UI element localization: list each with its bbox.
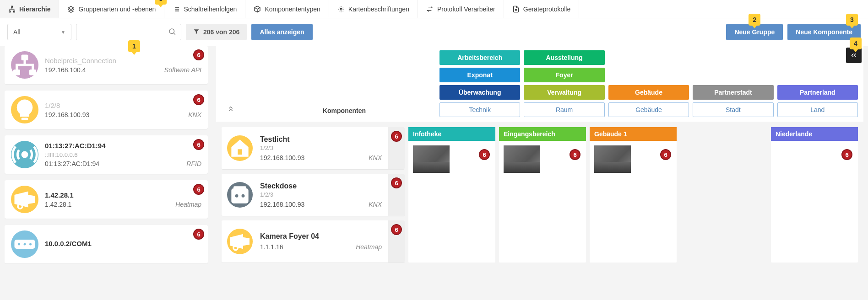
group-header: Eingangsbereich	[499, 127, 586, 141]
show-all-button[interactable]: Alles anzeigen	[251, 24, 312, 40]
bulb-icon	[11, 96, 38, 123]
status-badge: 6	[193, 94, 204, 105]
group-body: 6	[590, 141, 677, 262]
group-column[interactable]: Eingangsbereich 6	[499, 127, 586, 262]
status-badge: 6	[193, 49, 204, 60]
swap-icon	[426, 5, 434, 13]
tab-label: Gruppenarten und -ebenen	[78, 5, 156, 13]
serial-icon	[11, 230, 38, 258]
category-chip[interactable]: Überwachung	[439, 85, 520, 100]
component-sub: 1/2/3	[260, 145, 386, 151]
tab-label: Kartenbeschriftungen	[348, 5, 409, 13]
svg-point-3	[340, 8, 342, 10]
sliders-icon	[337, 5, 345, 13]
svg-rect-7	[29, 70, 36, 75]
sidebar-card[interactable]: 1.42.28.1 1.42.28.1 Heatmap 6	[5, 180, 208, 219]
level-chip[interactable]: Land	[777, 102, 858, 117]
level-chip[interactable]: Raum	[524, 102, 604, 117]
status-badge: 6	[391, 177, 402, 188]
component-ip: 192.168.100.93	[260, 201, 304, 208]
group-thumbnail	[504, 145, 540, 173]
search-icon[interactable]	[168, 27, 176, 37]
svg-point-12	[18, 243, 20, 246]
card-title: Nobelpreis_Connection	[45, 57, 201, 64]
group-thumbnail	[413, 145, 450, 173]
level-chip[interactable]: Gebäude	[608, 102, 689, 117]
component-card[interactable]: Kamera Foyer 04 1.1.1.16Heatmap 6	[222, 220, 405, 262]
svg-point-10	[18, 204, 22, 209]
group-column[interactable]	[680, 127, 767, 262]
column-header: Komponenten 4 ArbeitsbereichExponatÜberw…	[216, 46, 863, 122]
sidebar-card[interactable]: 10.0.0.2/COM1 6	[5, 225, 208, 263]
category-chip[interactable]: Partnerland	[777, 85, 858, 100]
card-ip: 01:13:27:AC:D1:94	[45, 160, 99, 167]
status-badge: 6	[193, 139, 204, 150]
sidebar-card[interactable]: 1/2/8 192.168.100.93 KNX 6	[5, 91, 208, 129]
group-body: 6	[408, 141, 495, 262]
status-badge: 6	[391, 131, 402, 142]
sidebar[interactable]: Nobelpreis_Connection 192.168.100.4 Soft…	[5, 46, 211, 292]
status-badge: 6	[193, 184, 204, 195]
sidebar-card[interactable]: 01:13:27:AC:D1:94 ::ffff:10.0.0.6 01:13:…	[5, 135, 208, 174]
category-chip[interactable]: Foyer	[524, 68, 604, 82]
tab-label: Schaltreihenfolgen	[184, 5, 237, 13]
tab-komponententypen[interactable]: Komponententypen	[245, 0, 329, 18]
component-card[interactable]: Steckdose 1/2/3 192.168.100.93KNX 6	[222, 174, 405, 216]
group-column[interactable]: Niederlande 6	[771, 127, 858, 262]
category-chip[interactable]: Arbeitsbereich	[439, 50, 520, 65]
svg-point-17	[235, 194, 239, 198]
group-body: 6	[499, 141, 586, 262]
callout-2: 2	[749, 14, 760, 26]
list-icon	[173, 5, 180, 13]
card-ip: 192.168.100.4	[45, 66, 86, 74]
rfid-icon	[11, 141, 38, 168]
search-box	[76, 24, 181, 40]
card-protocol: RFID	[186, 160, 201, 167]
card-protocol: Software API	[164, 66, 201, 74]
tab-schaltreihen[interactable]: Schaltreihenfolgen	[164, 0, 245, 18]
level-chip[interactable]: Technik	[439, 102, 520, 117]
tab-protokoll-verarbeiter[interactable]: Protokoll Verarbeiter	[418, 0, 504, 18]
category-chip[interactable]: Verwaltung	[524, 85, 604, 100]
svg-point-14	[29, 243, 32, 246]
filter-count[interactable]: 206 von 206	[186, 24, 247, 40]
group-column[interactable]: Gebäude 1 6	[590, 127, 677, 262]
tab-hierarchie[interactable]: Hierarchie	[0, 0, 59, 18]
search-input[interactable]	[81, 28, 168, 36]
house-plug-icon	[227, 135, 253, 161]
svg-point-9	[22, 152, 27, 157]
filter-select[interactable]: All ▼	[7, 24, 71, 40]
camera-icon	[227, 229, 253, 254]
status-badge: 6	[660, 149, 671, 160]
component-protocol: KNX	[369, 201, 382, 208]
svg-point-20	[233, 246, 238, 250]
component-badge-rail: 6	[388, 220, 405, 262]
network-icon	[11, 51, 38, 79]
svg-rect-6	[13, 70, 20, 75]
hierarchy-icon	[8, 5, 16, 13]
tab-geraeteprotokolle[interactable]: Geräteprotokolle	[504, 0, 580, 18]
group-thumbnail	[594, 145, 631, 173]
category-chip[interactable]: Gebäude	[608, 85, 689, 100]
component-title: Testlicht	[260, 135, 386, 144]
collapse-up-icon[interactable]	[222, 105, 240, 117]
group-header: Gebäude 1	[590, 127, 677, 141]
svg-rect-19	[233, 186, 246, 189]
svg-rect-2	[13, 11, 15, 12]
component-ip: 1.1.1.16	[260, 243, 283, 251]
tab-kartenbeschriftungen[interactable]: Kartenbeschriftungen	[329, 0, 418, 18]
status-badge: 6	[391, 224, 402, 235]
level-chip[interactable]: Stadt	[693, 102, 773, 117]
component-protocol: KNX	[369, 154, 382, 161]
svg-rect-0	[11, 6, 13, 7]
sidebar-card[interactable]: Nobelpreis_Connection 192.168.100.4 Soft…	[5, 46, 208, 84]
tab-label: Protokoll Verarbeiter	[437, 5, 495, 13]
filter-select-value: All	[13, 28, 21, 36]
group-column[interactable]: Infotheke 6	[408, 127, 495, 262]
tab-gruppenarten[interactable]: Gruppenarten und -ebenen 5	[59, 0, 164, 18]
callout-4: 4	[850, 38, 862, 49]
component-card[interactable]: Testlicht 1/2/3 192.168.100.93KNX 6	[222, 127, 405, 169]
category-chip[interactable]: Ausstellung	[524, 50, 604, 65]
category-chip[interactable]: Exponat	[439, 68, 520, 82]
category-chip[interactable]: Partnerstadt	[693, 85, 773, 100]
